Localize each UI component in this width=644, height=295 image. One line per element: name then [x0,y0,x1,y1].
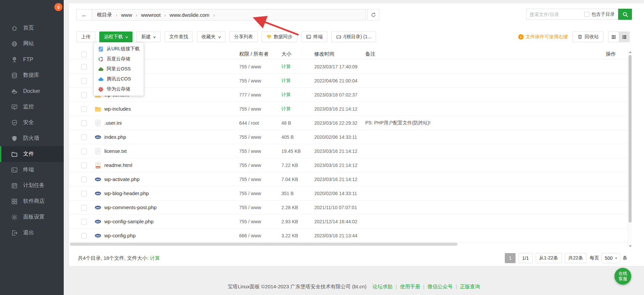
row-checkbox[interactable] [81,106,87,112]
sidebar-item-home[interactable]: 首页 [0,20,64,36]
sidebar-item-settings[interactable]: 面板设置 [0,209,64,225]
breadcrumb-item[interactable]: www.dwslide.com [170,12,209,18]
file-name[interactable]: wp-config.php [104,233,136,238]
row-checkbox[interactable] [81,219,87,225]
file-mtime: 2023/03/18 07:02:37 [309,92,360,98]
file-size: 19.45 KB [281,149,301,154]
include-subdir-checkbox[interactable] [584,12,589,17]
vertical-scrollbar[interactable] [628,50,632,248]
table-row: phpwp-config-sample.php755 / www2.93 KB2… [69,215,628,229]
sidebar-item-security[interactable]: 安全 [0,115,64,130]
file-name[interactable]: license.txt [104,148,127,154]
page-number-current[interactable]: 1 [505,253,516,263]
favorites-button[interactable]: 收藏夹∨ [197,32,225,42]
file-name[interactable]: wp-activate.php [104,176,140,182]
breadcrumb-item[interactable]: www [121,12,132,18]
table-row: .user.ini644 / root48 B2023/03/16 22:29:… [69,116,628,130]
new-button[interactable]: 新建∨ [137,32,160,42]
dropdown-item-baidu-cloud[interactable]: 百度云存储 [94,54,144,64]
header-mtime[interactable]: 修改时间 [309,51,360,57]
svg-text:<>: <> [97,163,99,165]
dropdown-item-url-download[interactable]: 从URL链接下载 [94,44,144,54]
header-size[interactable]: 大小 [276,51,309,57]
row-checkbox[interactable] [81,149,87,154]
file-search-button[interactable]: 文件查找 [165,32,193,42]
sidebar-item-label: 安全 [23,119,34,126]
footer-link[interactable]: 微信公众号 [427,284,452,289]
row-checkbox[interactable] [81,78,87,84]
row-checkbox-cell [69,63,91,70]
dropdown-item-label: 腾讯云COS [107,76,131,82]
sidebar-item-monitor[interactable]: 监控 [0,99,64,115]
sidebar-item-files[interactable]: 文件 [0,146,64,162]
sidebar-item-ftp[interactable]: FTP [0,52,64,67]
sidebar-item-firewall[interactable]: 防火墙 [0,130,64,146]
upload-button[interactable]: 上传 [76,32,95,42]
row-checkbox[interactable] [81,163,87,168]
scroll-up-arrow[interactable] [629,51,632,53]
file-name[interactable]: wp-includes [104,106,131,112]
select-all-checkbox[interactable] [81,52,87,57]
calc-size-link[interactable]: 计算 [281,92,291,97]
row-checkbox[interactable] [81,92,87,98]
file-name-cell: <>HTMLreadme.html [91,162,233,169]
file-name[interactable]: wp-config-sample.php [104,219,154,224]
sidebar-item-database[interactable]: 数据库 [0,67,64,83]
file-name[interactable]: index.php [104,134,126,140]
calc-total-size-link[interactable]: 计算 [150,255,160,261]
per-page-select[interactable]: 500 ▾ [601,253,620,263]
row-checkbox-cell [69,106,91,112]
row-checkbox[interactable] [81,233,87,239]
dropdown-item-huawei-cloud[interactable]: 华为云存储 [94,84,144,94]
calc-size-link[interactable]: 计算 [281,78,291,83]
footer-link[interactable]: 论坛求助 [373,284,393,289]
vertical-scrollbar-thumb[interactable] [629,55,632,223]
search-input[interactable] [530,12,582,17]
file-name[interactable]: readme.html [104,162,132,168]
refresh-button[interactable] [367,9,379,20]
notification-badge[interactable]: 0 [54,3,62,11]
scroll-down-arrow[interactable] [629,245,632,247]
row-checkbox[interactable] [81,120,87,126]
recycle-bin-button[interactable]: 回收站 [573,32,603,42]
data-sync-button[interactable]: 数据同步 [262,32,297,42]
list-view-button[interactable] [619,32,629,42]
sidebar-item-docker[interactable]: Docker [0,83,64,99]
row-checkbox[interactable] [81,177,87,182]
row-checkbox[interactable] [81,64,87,70]
online-support-button[interactable]: 在线 客服 [614,268,631,285]
breadcrumb-item[interactable]: 根目录 [97,12,112,18]
sidebar-item-appstore[interactable]: 软件商店 [0,193,64,209]
share-list-button[interactable]: 分享列表 [229,32,258,42]
breadcrumb-item[interactable]: wwwroot [141,12,161,18]
remote-download-button[interactable]: 远程下载∨ [99,32,132,42]
page-of-total[interactable]: 1/1 [519,253,532,263]
calc-size-link[interactable]: 计算 [281,64,291,69]
file-note: PS: PHP用户配置文件(防跨站)! [360,120,541,126]
calc-size-link[interactable]: 计算 [281,106,291,111]
sidebar-item-terminal[interactable]: 终端 [0,162,64,178]
grid-view-button[interactable] [608,32,619,42]
file-permissions: 666 / www [233,233,276,238]
footer-link[interactable]: 正版查询 [460,284,480,289]
dropdown-item-tencent-cos[interactable]: 腾讯云COS [94,74,144,84]
search-button[interactable] [618,9,632,20]
file-name[interactable]: .user.ini [104,120,122,126]
row-checkbox[interactable] [81,191,87,196]
sidebar-item-cron[interactable]: 计划任务 [0,178,64,193]
file-name[interactable]: wp-blog-header.php [104,190,149,196]
terminal-button[interactable]: 终端 [301,32,327,42]
file-name[interactable]: wp-comments-post.php [104,204,157,210]
horizontal-scrollbar-thumb[interactable] [70,243,458,246]
footer-link[interactable]: 使用手册 [400,284,420,289]
breadcrumb-separator-icon: › [164,12,166,18]
root-dir-button[interactable]: /(根目录) (1... [331,32,376,42]
file-mtime: 2023/03/17 17:40:09 [309,64,360,69]
row-checkbox[interactable] [81,205,87,211]
back-button[interactable]: ← [76,9,92,20]
dropdown-item-aliyun-oss[interactable]: 阿里云OSS [94,64,144,74]
header-permissions[interactable]: 权限 / 所有者 [233,51,276,57]
sidebar-item-site[interactable]: 网站 [0,36,64,52]
row-checkbox[interactable] [81,134,87,140]
sidebar-item-logout[interactable]: 退出 [0,225,64,241]
